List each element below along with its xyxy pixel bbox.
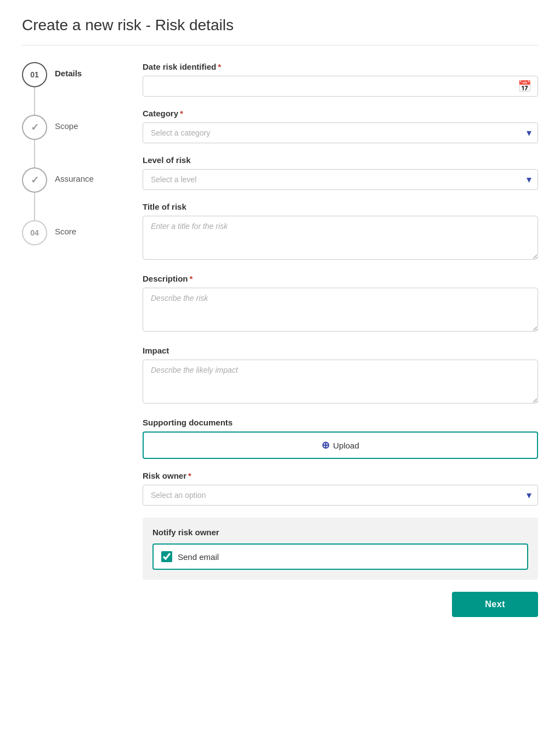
- page-title: Create a new risk - Risk details: [22, 16, 538, 34]
- step-check-assurance: ✓: [31, 174, 39, 186]
- notify-section: Notify risk owner Send email: [143, 518, 538, 580]
- supporting-docs-group: Supporting documents ⊕ Upload: [143, 418, 538, 459]
- risk-owner-select[interactable]: Select an option: [143, 485, 538, 506]
- risk-owner-label: Risk owner*: [143, 471, 538, 480]
- date-label: Date risk identified*: [143, 62, 538, 71]
- category-label: Category*: [143, 109, 538, 118]
- date-wrapper: 📅: [143, 76, 538, 97]
- notify-label: Notify risk owner: [152, 528, 528, 537]
- impact-textarea[interactable]: [143, 360, 538, 403]
- risk-owner-required: *: [188, 471, 191, 480]
- level-select[interactable]: Select a level: [143, 169, 538, 190]
- form-area: Date risk identified* 📅 Category* Select…: [143, 62, 538, 617]
- step-number-score: 04: [30, 228, 39, 237]
- upload-plus-icon: ⊕: [321, 439, 330, 451]
- level-label: Level of risk: [143, 155, 538, 165]
- risk-owner-select-wrapper: Select an option ▾: [143, 485, 538, 506]
- description-group: Description*: [143, 274, 538, 334]
- step-label-assurance: Assurance: [55, 167, 94, 183]
- category-select[interactable]: Select a category: [143, 122, 538, 143]
- step-number-details: 01: [30, 70, 39, 79]
- description-textarea[interactable]: [143, 288, 538, 332]
- step-score: 04 Score: [22, 220, 121, 245]
- next-button[interactable]: Next: [452, 592, 538, 617]
- step-label-score: Score: [55, 220, 76, 236]
- date-input[interactable]: [143, 76, 538, 97]
- title-textarea[interactable]: [143, 216, 538, 260]
- level-group: Level of risk Select a level ▾: [143, 155, 538, 190]
- step-assurance: ✓ Assurance: [22, 167, 121, 220]
- description-required: *: [190, 274, 193, 283]
- notify-checkbox-label[interactable]: Send email: [152, 543, 528, 570]
- category-select-wrapper: Select a category ▾: [143, 122, 538, 143]
- step-circle-assurance: ✓: [22, 167, 47, 193]
- supporting-label: Supporting documents: [143, 418, 538, 427]
- title-label: Title of risk: [143, 202, 538, 211]
- description-label: Description*: [143, 274, 538, 283]
- stepper: 01 Details ✓ Scope ✓: [22, 62, 121, 617]
- step-label-scope: Scope: [55, 115, 78, 131]
- upload-button[interactable]: ⊕ Upload: [143, 431, 538, 459]
- step-circle-scope: ✓: [22, 115, 47, 140]
- title-group: Title of risk: [143, 202, 538, 262]
- impact-label: Impact: [143, 346, 538, 355]
- footer-button-row: Next: [143, 592, 538, 617]
- notify-checkbox[interactable]: [161, 551, 172, 562]
- divider: [22, 45, 538, 46]
- step-check-scope: ✓: [31, 121, 39, 133]
- step-circle-score: 04: [22, 220, 47, 245]
- step-circle-details: 01: [22, 62, 47, 87]
- date-group: Date risk identified* 📅: [143, 62, 538, 97]
- step-label-details: Details: [55, 62, 82, 78]
- level-select-wrapper: Select a level ▾: [143, 169, 538, 190]
- step-details: 01 Details: [22, 62, 121, 115]
- notify-text: Send email: [178, 552, 219, 562]
- upload-label: Upload: [333, 441, 359, 450]
- category-group: Category* Select a category ▾: [143, 109, 538, 143]
- step-scope: ✓ Scope: [22, 115, 121, 167]
- impact-group: Impact: [143, 346, 538, 406]
- risk-owner-group: Risk owner* Select an option ▾: [143, 471, 538, 506]
- date-required: *: [218, 62, 221, 71]
- category-required: *: [180, 109, 183, 118]
